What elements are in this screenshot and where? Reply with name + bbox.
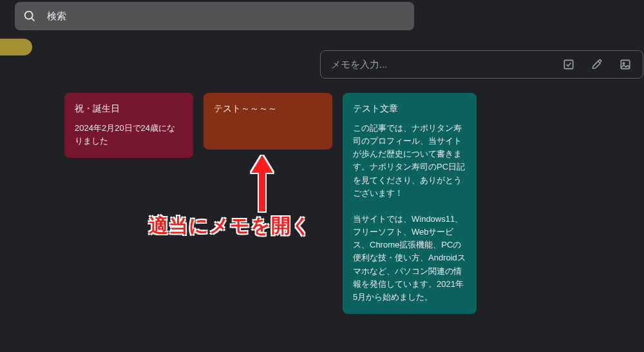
note-input-placeholder: メモを入力... [331, 59, 562, 71]
note-title: 祝・誕生日 [75, 102, 183, 115]
checkbox-icon[interactable] [562, 57, 576, 72]
note-card[interactable]: テスト文章 この記事では、ナポリタン寿司のプロフィール、当サイトが歩んだ歴史につ… [343, 93, 477, 314]
note-body: 2024年2月20日で24歳になりました [75, 122, 183, 148]
svg-marker-6 [251, 155, 273, 173]
svg-point-0 [25, 12, 33, 19]
note-card[interactable]: 祝・誕生日 2024年2月20日で24歳になりました [64, 93, 193, 158]
search-placeholder: 検索 [47, 10, 66, 23]
search-bar[interactable]: 検索 [15, 2, 414, 30]
annotation-arrow [246, 155, 278, 219]
brush-icon[interactable] [590, 57, 604, 72]
note-body: この記事では、ナポリタン寿司のプロフィール、当サイトが歩んだ歴史について書きます… [353, 122, 466, 304]
svg-rect-2 [564, 60, 573, 68]
note-title: テスト～～～～ [214, 102, 322, 115]
svg-point-4 [623, 63, 625, 64]
note-card[interactable]: テスト～～～～ [204, 93, 332, 150]
note-title: テスト文章 [353, 102, 466, 115]
search-icon [23, 9, 37, 23]
svg-rect-3 [621, 60, 629, 68]
svg-line-1 [32, 18, 34, 21]
image-icon[interactable] [618, 57, 632, 72]
input-icons-group [562, 57, 632, 72]
annotation-text: 適当にメモを開く [149, 213, 312, 239]
note-input-bar[interactable]: メモを入力... [320, 50, 643, 79]
sidebar-tab[interactable] [0, 39, 32, 55]
